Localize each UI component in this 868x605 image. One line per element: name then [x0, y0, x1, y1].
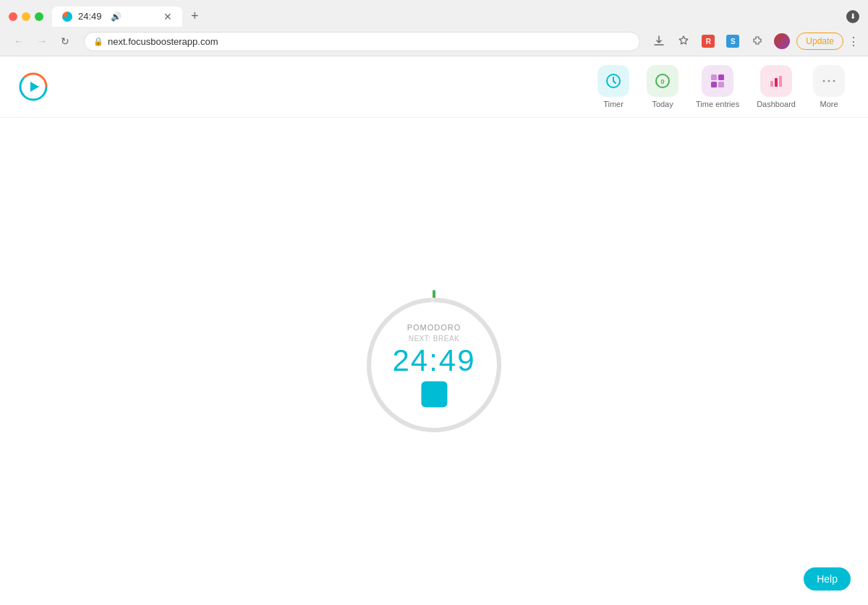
browser-chrome: 24:49 🔊 ✕ + ⬇ ← → ↻ 🔒 next.focusboostera… [0, 0, 868, 56]
traffic-lights [9, 12, 43, 21]
user-avatar[interactable] [772, 31, 792, 51]
tab-title: 24:49 [78, 11, 102, 22]
toolbar: ← → ↻ 🔒 next.focusboosterapp.com [0, 27, 868, 56]
svg-rect-10 [770, 81, 773, 87]
tab-close-button[interactable]: ✕ [163, 11, 172, 22]
svg-rect-9 [718, 82, 724, 87]
time-entries-nav-icon [702, 65, 733, 97]
close-window-button[interactable] [9, 12, 17, 21]
back-button[interactable]: ← [9, 31, 29, 51]
today-nav-label: Today [652, 100, 673, 108]
active-tab[interactable]: 24:49 🔊 ✕ [52, 7, 182, 27]
nav-item-more[interactable]: More [807, 62, 851, 111]
minimize-window-button[interactable] [22, 12, 30, 21]
svg-point-14 [828, 80, 830, 82]
extension-s-icon[interactable]: S [723, 31, 743, 51]
window-control-icon: ⬇ [846, 10, 859, 23]
today-nav-icon: 0 [647, 65, 678, 97]
avatar-image [774, 33, 790, 49]
timer-inner: POMODORO NEXT: BREAK 24:49 [392, 322, 475, 407]
timer-mode-label: POMODORO [407, 322, 461, 331]
stop-timer-button[interactable] [421, 381, 447, 407]
update-button[interactable]: Update [796, 33, 843, 50]
svg-rect-8 [711, 82, 717, 87]
time-entries-nav-label: Time entries [696, 100, 739, 108]
svg-rect-12 [779, 76, 782, 87]
timer-nav-label: Timer [603, 100, 624, 108]
maximize-window-button[interactable] [35, 12, 43, 21]
svg-point-13 [823, 80, 825, 82]
app-content: Timer 0 Today [0, 56, 868, 605]
toolbar-actions: R S Update ⋮ [649, 31, 859, 51]
tab-bar: 24:49 🔊 ✕ + [52, 6, 846, 27]
nav-items: Timer 0 Today [592, 62, 851, 111]
timer-section: POMODORO NEXT: BREAK 24:49 [0, 118, 868, 605]
help-button[interactable]: Help [804, 567, 851, 591]
svg-marker-2 [30, 82, 39, 92]
address-bar[interactable]: 🔒 next.focusboosterapp.com [84, 32, 640, 51]
tab-favicon [62, 12, 72, 22]
tab-audio-icon: 🔊 [111, 12, 122, 22]
timer-next-label: NEXT: BREAK [409, 334, 460, 342]
more-nav-icon [813, 65, 845, 97]
nav-item-timer[interactable]: Timer [592, 62, 635, 111]
dashboard-nav-label: Dashboard [757, 100, 796, 108]
svg-rect-11 [775, 78, 778, 87]
download-icon[interactable] [649, 31, 669, 51]
new-tab-button[interactable]: + [185, 6, 205, 27]
title-bar: 24:49 🔊 ✕ + ⬇ [0, 0, 868, 27]
url-text: next.focusboosterapp.com [108, 36, 631, 47]
svg-point-15 [833, 80, 835, 82]
nav-item-time-entries[interactable]: Time entries [690, 62, 745, 111]
timer-nav-icon [597, 65, 629, 97]
ext-s-badge: S [726, 35, 739, 48]
lock-icon: 🔒 [93, 37, 103, 46]
extensions-icon[interactable] [747, 31, 767, 51]
nav-item-dashboard[interactable]: Dashboard [751, 62, 801, 111]
refresh-button[interactable]: ↻ [55, 31, 75, 51]
svg-text:0: 0 [661, 78, 665, 85]
extension-r-icon[interactable]: R [698, 31, 718, 51]
browser-menu-icon[interactable]: ⋮ [848, 35, 859, 48]
more-nav-label: More [820, 100, 838, 108]
dashboard-nav-icon [760, 65, 792, 97]
timer-time-display: 24:49 [392, 345, 475, 375]
timer-circle-wrapper: POMODORO NEXT: BREAK 24:49 [362, 293, 506, 437]
bookmark-icon[interactable] [673, 31, 694, 51]
logo-icon [17, 71, 49, 103]
app-logo [17, 71, 49, 103]
timer-container: POMODORO NEXT: BREAK 24:49 [362, 293, 506, 437]
app-nav: Timer 0 Today [0, 56, 868, 118]
nav-item-today[interactable]: 0 Today [641, 62, 684, 111]
ext-r-badge: R [702, 35, 715, 48]
svg-rect-6 [711, 74, 717, 80]
forward-button[interactable]: → [32, 31, 52, 51]
svg-rect-7 [718, 74, 724, 80]
